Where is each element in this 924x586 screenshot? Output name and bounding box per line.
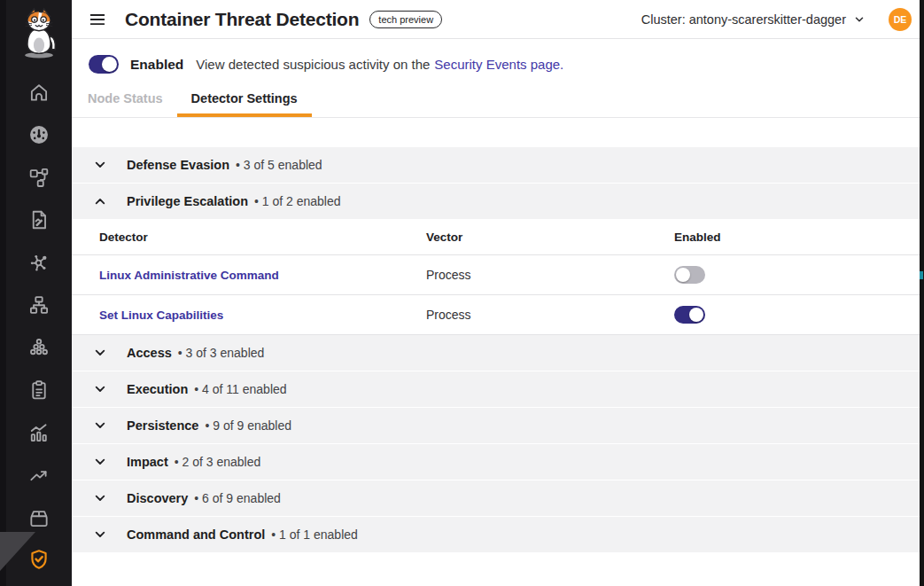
category-discovery[interactable]: Discovery • 6 of 9 enabled bbox=[72, 481, 924, 516]
trend-arrow-icon bbox=[27, 464, 50, 487]
tab-detector-settings[interactable]: Detector Settings bbox=[177, 90, 312, 117]
category-persistence[interactable]: Persistence • 9 of 9 enabled bbox=[72, 408, 924, 443]
category-access[interactable]: Access • 3 of 3 enabled bbox=[72, 335, 924, 371]
detector-toggle-set-linux-capabilities[interactable] bbox=[674, 306, 705, 324]
sidebar-item-trends[interactable] bbox=[6, 454, 72, 496]
category-command-and-control[interactable]: Command and Control • 1 of 1 enabled bbox=[72, 517, 924, 552]
chevron-down-icon bbox=[93, 455, 107, 469]
enabled-label: Enabled bbox=[130, 57, 183, 73]
chevron-down-icon bbox=[93, 418, 107, 433]
hamburger-icon bbox=[88, 10, 107, 29]
detector-toggle-linux-administrative-command[interactable] bbox=[674, 266, 705, 284]
top-bar: Container Threat Detection tech preview … bbox=[72, 0, 924, 39]
vector-value: Process bbox=[426, 308, 674, 322]
tab-bar: Node Status Detector Settings bbox=[72, 90, 924, 118]
scroll-marker bbox=[920, 271, 923, 279]
table-row: Linux Administrative Command Process bbox=[72, 255, 924, 295]
menu-button[interactable] bbox=[88, 10, 107, 29]
tech-preview-badge: tech preview bbox=[369, 11, 442, 28]
detection-settings-header: Enabled View detected suspicious activit… bbox=[72, 39, 924, 118]
sidebar-item-home[interactable] bbox=[6, 71, 72, 113]
package-icon bbox=[27, 506, 50, 529]
sidebar-item-reports[interactable] bbox=[6, 199, 72, 241]
detector-link-set-linux-capabilities[interactable]: Set Linux Capabilities bbox=[99, 309, 426, 322]
shield-check-icon bbox=[27, 548, 50, 571]
topology-icon bbox=[27, 166, 50, 189]
detection-enabled-toggle[interactable] bbox=[89, 55, 119, 74]
hub-icon bbox=[27, 251, 50, 274]
column-detector: Detector bbox=[99, 230, 426, 244]
chevron-down-icon bbox=[93, 382, 107, 396]
main-area: Container Threat Detection tech preview … bbox=[72, 0, 924, 586]
sidebar bbox=[0, 0, 72, 586]
chevron-down-icon bbox=[93, 527, 107, 542]
vector-value: Process bbox=[426, 268, 674, 282]
category-impact[interactable]: Impact • 2 of 3 enabled bbox=[72, 444, 924, 480]
detector-table: Detector Vector Enabled Linux Administra… bbox=[72, 220, 924, 335]
category-privilege-escalation[interactable]: Privilege Escalation • 1 of 2 enabled bbox=[72, 184, 924, 219]
sitemap-icon bbox=[27, 293, 50, 316]
sidebar-item-dashboard[interactable] bbox=[6, 113, 72, 156]
app-logo[interactable] bbox=[6, 5, 72, 60]
document-edit-icon bbox=[27, 208, 50, 231]
table-row: Set Linux Capabilities Process bbox=[72, 295, 924, 335]
chevron-down-icon bbox=[853, 13, 866, 26]
chevron-up-icon bbox=[93, 194, 107, 208]
gauge-icon bbox=[27, 123, 50, 146]
cat-mascot-icon bbox=[14, 5, 64, 60]
chevron-down-icon bbox=[93, 158, 107, 172]
app-window: Container Threat Detection tech preview … bbox=[0, 0, 924, 586]
column-enabled: Enabled bbox=[674, 230, 924, 244]
window-edge-strip bbox=[920, 0, 924, 586]
clipboard-icon bbox=[27, 379, 50, 402]
bar-chart-icon bbox=[27, 421, 50, 444]
chevron-down-icon bbox=[93, 346, 107, 360]
enabled-description: View detected suspicious activity on the… bbox=[196, 57, 563, 72]
cluster-selector-label: Cluster: antony-scarerskitter-dagger bbox=[641, 12, 846, 27]
enable-row: Enabled View detected suspicious activit… bbox=[72, 39, 924, 74]
home-icon bbox=[27, 81, 50, 104]
sidebar-edge-strip bbox=[0, 0, 6, 586]
page-title: Container Threat Detection bbox=[125, 9, 359, 30]
sidebar-item-metrics[interactable] bbox=[6, 411, 72, 454]
tab-node-status[interactable]: Node Status bbox=[74, 90, 177, 117]
sidebar-item-topology[interactable] bbox=[6, 156, 72, 199]
sidebar-item-tasks[interactable] bbox=[6, 369, 72, 411]
nodes-icon bbox=[27, 336, 50, 359]
detector-table-header: Detector Vector Enabled bbox=[72, 220, 924, 255]
column-vector: Vector bbox=[426, 230, 674, 244]
security-events-link[interactable]: Security Events page. bbox=[434, 57, 563, 72]
sidebar-item-network[interactable] bbox=[6, 284, 72, 326]
cluster-selector[interactable]: Cluster: antony-scarerskitter-dagger bbox=[641, 12, 866, 27]
category-execution[interactable]: Execution • 4 of 11 enabled bbox=[72, 371, 924, 407]
detector-categories: Defense Evasion • 3 of 5 enabled Privile… bbox=[72, 147, 924, 552]
user-avatar[interactable]: DE bbox=[889, 8, 912, 31]
category-defense-evasion[interactable]: Defense Evasion • 3 of 5 enabled bbox=[72, 147, 924, 183]
sidebar-item-clusters[interactable] bbox=[6, 326, 72, 369]
detector-link-linux-administrative-command[interactable]: Linux Administrative Command bbox=[99, 269, 426, 282]
chevron-down-icon bbox=[93, 491, 107, 505]
sidebar-item-connections[interactable] bbox=[6, 241, 72, 284]
